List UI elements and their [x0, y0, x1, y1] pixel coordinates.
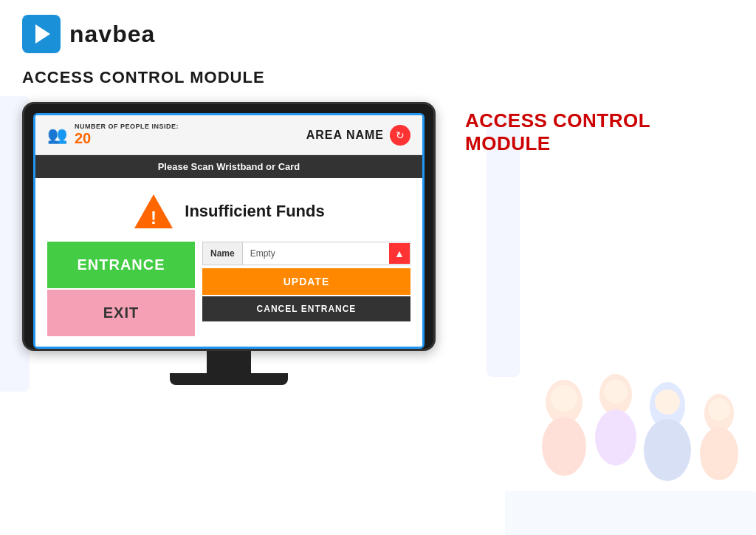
side-title-line1: ACCESS CONTROL: [465, 109, 650, 132]
area-name-text: AREA NAME: [306, 129, 384, 142]
svg-point-6: [595, 409, 636, 466]
area-right: AREA NAME ↻: [306, 125, 410, 146]
warning-triangle-wrapper: !: [133, 193, 174, 230]
warning-section: ! Insufficient Funds: [35, 178, 422, 242]
people-label: NUMBER OF PEOPLE INSIDE:: [75, 123, 179, 130]
svg-point-9: [644, 419, 691, 481]
page-title: ACCESS CONTROL MODULE: [22, 68, 734, 87]
right-section: ACCESS CONTROL MODULE: [465, 102, 734, 155]
action-section: ENTRANCE EXIT Name Empty ▲ UPDATE CANCEL: [35, 242, 422, 336]
bottom-spacer: [35, 336, 422, 347]
header: navbea: [0, 0, 756, 61]
name-warning-icon: ▲: [389, 243, 410, 264]
name-value: Empty: [243, 242, 389, 265]
area-refresh-icon: ↻: [390, 125, 410, 146]
monitor-neck: [207, 351, 251, 373]
people-info: NUMBER OF PEOPLE INSIDE: 20: [75, 123, 179, 147]
side-title-line2: MODULE: [465, 132, 551, 154]
update-button[interactable]: UPDATE: [202, 268, 410, 295]
svg-point-10: [655, 389, 680, 415]
svg-text:!: !: [151, 208, 157, 228]
avatar-group: 👥: [47, 126, 67, 145]
name-label: Name: [203, 242, 243, 265]
people-left: 👥 NUMBER OF PEOPLE INSIDE: 20: [47, 123, 179, 147]
svg-point-13: [708, 398, 730, 420]
warning-text: Insufficient Funds: [185, 202, 324, 221]
page-title-section: ACCESS CONTROL MODULE: [0, 61, 756, 102]
svg-point-3: [542, 417, 586, 476]
warning-triangle-icon: !: [133, 193, 174, 230]
scan-bar: Please Scan Wristband or Card: [35, 155, 422, 178]
svg-point-12: [700, 427, 738, 480]
logo-icon-box: [22, 15, 61, 53]
side-title: ACCESS CONTROL MODULE: [465, 109, 734, 155]
main-content: 👥 NUMBER OF PEOPLE INSIDE: 20 AREA NAME …: [0, 102, 756, 385]
name-row: Name Empty ▲: [202, 242, 410, 265]
exit-button[interactable]: EXIT: [47, 290, 195, 336]
right-form: Name Empty ▲ UPDATE CANCEL ENTRANCE: [202, 242, 410, 336]
screen-topbar: 👥 NUMBER OF PEOPLE INSIDE: 20 AREA NAME …: [35, 115, 422, 155]
monitor-base: [170, 373, 288, 385]
svg-rect-14: [505, 491, 756, 535]
svg-point-4: [551, 385, 577, 412]
cancel-entrance-button[interactable]: CANCEL ENTRANCE: [202, 296, 410, 321]
logo-text: navbea: [69, 21, 155, 48]
monitor-screen: 👥 NUMBER OF PEOPLE INSIDE: 20 AREA NAME …: [33, 113, 425, 349]
monitor-stand: [22, 351, 436, 385]
monitor-outer: 👥 NUMBER OF PEOPLE INSIDE: 20 AREA NAME …: [22, 102, 436, 351]
logo-arrow-icon: [35, 24, 50, 44]
entrance-button[interactable]: ENTRANCE: [47, 242, 195, 288]
left-buttons: ENTRANCE EXIT: [47, 242, 195, 336]
monitor-section: 👥 NUMBER OF PEOPLE INSIDE: 20 AREA NAME …: [22, 102, 436, 385]
people-count: 20: [75, 130, 179, 147]
